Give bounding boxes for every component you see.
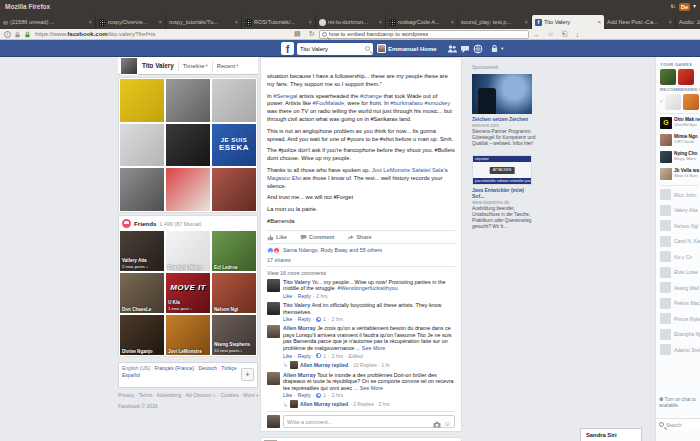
photo-tile[interactable] xyxy=(120,168,164,211)
comment-time[interactable]: 2 hrs xyxy=(316,293,327,299)
photo-tile[interactable] xyxy=(166,79,210,122)
search-icon[interactable] xyxy=(365,46,370,51)
recommended-game-icon[interactable] xyxy=(683,94,699,110)
contact-item[interactable]: Asang Wali xyxy=(660,282,700,293)
ad-banner[interactable]: stepstone ATTACKEN java entwickler softw… xyxy=(472,155,532,185)
post-link[interactable]: #FouMalade xyxy=(313,100,345,106)
photo-tile[interactable]: JE SUISESEKA xyxy=(212,124,256,167)
profile-name[interactable]: Tito Valery xyxy=(142,62,174,69)
friend-tile[interactable]: Vallery Atia2 new posts xyxy=(120,231,164,271)
close-tab-icon[interactable]: × xyxy=(86,19,92,25)
comment-reply-link[interactable]: Reply xyxy=(298,392,311,398)
footer-link[interactable]: Cookies xyxy=(221,392,239,398)
comment-button[interactable]: Comment xyxy=(300,234,334,241)
browser-tab[interactable]: Add New Post ‹Ca...× xyxy=(604,15,676,29)
friend-tile[interactable]: Nelson Ngi xyxy=(212,273,256,313)
footer-link[interactable]: Advertising xyxy=(157,392,182,398)
comment-time[interactable]: 2 hrs xyxy=(332,392,343,398)
footer-link[interactable]: Privacy xyxy=(118,392,134,398)
friends-header[interactable]: Friends 1,499 (87 Mutual) xyxy=(120,217,256,231)
site-info-icon[interactable]: i xyxy=(4,31,11,38)
recommended-game-icon[interactable] xyxy=(665,94,681,110)
comment-like-link[interactable]: Like xyxy=(283,316,292,322)
photo-tile[interactable] xyxy=(120,124,164,167)
share-page-icon[interactable]: ⎗ xyxy=(562,30,568,38)
friend-tile[interactable]: Don ChaesLe xyxy=(120,273,164,313)
profile-link[interactable]: Emmanuel xyxy=(377,40,418,57)
close-tab-icon[interactable]: × xyxy=(156,19,162,25)
chat-tab-sandra-siri[interactable]: Sandra Siri xyxy=(580,428,642,441)
friend-tile[interactable]: Ebangha Njang xyxy=(166,231,210,271)
permissions-icon[interactable] xyxy=(14,31,21,38)
ad-title[interactable]: Zeichen setzen Zeichen xyxy=(472,116,536,122)
browser-tab[interactable]: rospy_tutorials/Tu...× xyxy=(166,15,242,29)
ticker-item[interactable]: Jb Vella waSlow G Bort xyxy=(660,168,700,180)
indicator-icon[interactable]: t↓ xyxy=(671,0,676,13)
tab-timeline[interactable]: Timeline xyxy=(183,63,205,69)
photo-tile[interactable] xyxy=(212,168,256,211)
share-button[interactable]: Share xyxy=(347,234,371,241)
close-tab-icon[interactable]: × xyxy=(448,19,454,25)
photo-tile[interactable] xyxy=(212,79,256,122)
reload-icon[interactable]: ↻ xyxy=(309,30,315,38)
bookmark-star-icon[interactable]: ☆ xyxy=(548,30,554,38)
notifications-icon[interactable] xyxy=(473,40,483,57)
contact-item[interactable]: Adamu Srel xyxy=(660,344,700,355)
friend-tile[interactable]: Ecl Ledroe xyxy=(212,231,256,271)
close-tab-icon[interactable]: × xyxy=(306,19,312,25)
messages-icon[interactable] xyxy=(460,40,470,57)
ad-image[interactable] xyxy=(472,74,532,114)
ad-stepstone[interactable]: stepstone ATTACKEN java entwickler softw… xyxy=(472,155,536,231)
commenter-avatar[interactable] xyxy=(267,372,280,385)
commenter-name[interactable]: Tito Valery xyxy=(283,279,312,285)
contact-item[interactable]: Prince Myke xyxy=(660,313,700,324)
replier-name[interactable]: Allen Murray replied xyxy=(300,362,348,368)
comment-link[interactable]: See More xyxy=(360,385,383,391)
love-reaction-icon[interactable]: ♥ xyxy=(273,247,280,254)
browser-tab[interactable]: ✉(21586 unread) ...× xyxy=(0,15,96,29)
ticker-item[interactable]: Mimie NgoCRTVweb xyxy=(660,134,700,146)
browser-tab[interactable]: rst-tu-dortmun...× xyxy=(316,15,386,29)
friend-requests-icon[interactable] xyxy=(447,40,457,57)
commenter-avatar[interactable] xyxy=(267,325,280,338)
reader-mode-icon[interactable]: ▤ xyxy=(294,30,301,38)
liked-by-names[interactable]: Sama Ndango, Rudy Bway and 55 others xyxy=(283,247,382,253)
friend-tile[interactable]: Divine Nganjo xyxy=(120,315,164,355)
comment-time[interactable]: 2 hrs xyxy=(332,353,343,359)
comment-reply-link[interactable]: Reply xyxy=(298,353,311,359)
commenter-name[interactable]: Tito Valery xyxy=(283,302,312,308)
chevron-left-icon[interactable]: ‹ xyxy=(660,94,663,110)
add-language-button[interactable]: + xyxy=(241,368,254,381)
commenter-name[interactable]: Allen Murray xyxy=(283,325,317,331)
share-count[interactable]: 17 shares xyxy=(261,256,461,266)
commenter-avatar[interactable] xyxy=(267,279,280,292)
photo-tile[interactable] xyxy=(166,124,210,167)
post-link[interactable]: #burkinafaso xyxy=(390,100,423,106)
commenter-name[interactable]: Allen Murray xyxy=(283,372,317,378)
commenter-avatar[interactable] xyxy=(267,302,280,315)
friend-tile[interactable]: Jovi LeMonstre xyxy=(166,315,210,355)
comment-replies-row[interactable]: ↳Allen Murray replied · 2 Replies · 2 hr… xyxy=(283,400,455,408)
browser-search-box[interactable]: how to embed bandcamp to wordpress xyxy=(319,30,529,39)
camera-icon[interactable] xyxy=(433,421,441,428)
post-link[interactable]: #smockey xyxy=(424,100,450,106)
contact-item[interactable]: Rico John xyxy=(660,189,700,200)
comment-time[interactable]: 2 hrs xyxy=(332,316,343,322)
contact-item[interactable]: Nelson Ngi xyxy=(660,220,700,231)
contact-item[interactable]: Pekins Mac xyxy=(660,298,700,309)
replies-count[interactable]: · 2 Replies · 2 hrs xyxy=(350,401,389,407)
chat-off-notice[interactable]: ⚉Turn on chat to available. xyxy=(659,396,700,409)
close-tab-icon[interactable]: × xyxy=(376,19,382,25)
facebook-search-input[interactable]: Tito Valery xyxy=(297,43,373,55)
comment-link[interactable]: See More xyxy=(362,345,385,351)
footer-link[interactable]: Ad Choices ▷ xyxy=(185,392,216,398)
contact-item[interactable]: Carol N. Ka xyxy=(660,236,700,247)
comment-link[interactable]: #Wenolongerfuckwithyou xyxy=(338,285,398,291)
replier-name[interactable]: Allen Murray replied xyxy=(300,401,348,407)
comment-replies-row[interactable]: ↳Allen Murray replied · 10 Replies · 1 h… xyxy=(283,361,455,369)
contacts-search[interactable]: Search xyxy=(656,418,700,430)
search-go-icon[interactable]: → xyxy=(533,31,540,38)
url-text[interactable]: https://www.facebook.com/tito.valery?fre… xyxy=(35,31,290,37)
contact-item[interactable]: Ko-c Cir xyxy=(660,251,700,262)
friend-tile[interactable]: Nkeng Stephens10 new posts xyxy=(212,315,256,355)
